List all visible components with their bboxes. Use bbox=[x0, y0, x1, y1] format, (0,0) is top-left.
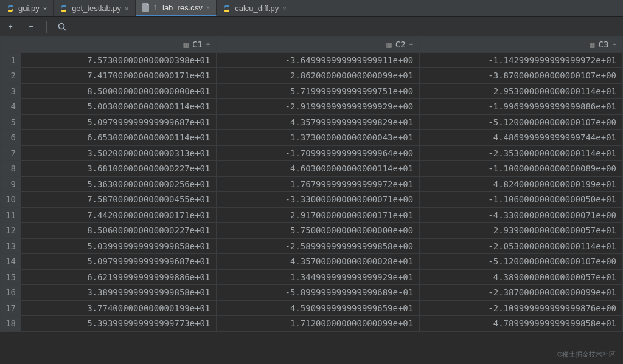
data-cell[interactable]: 5.039999999999999858e+01 bbox=[21, 238, 217, 254]
data-cell[interactable]: 4.357999999999999829e+01 bbox=[217, 114, 420, 130]
data-cell[interactable]: 7.573000000000000398e+01 bbox=[21, 52, 217, 68]
tab-label: gui.py bbox=[18, 4, 40, 13]
table-row[interactable]: 135.039999999999999858e+01-2.58999999999… bbox=[1, 238, 623, 254]
column-header-c3[interactable]: ▦ C3 ÷ bbox=[420, 37, 623, 53]
data-cell[interactable]: -3.870000000000000107e+00 bbox=[420, 68, 623, 84]
data-cell[interactable]: -2.919999999999999929e+00 bbox=[217, 99, 420, 115]
close-icon[interactable]: × bbox=[125, 5, 128, 12]
data-grid: ▦ C1 ÷ ▦ C2 ÷ ▦ C3 ÷ bbox=[0, 36, 623, 364]
data-cell[interactable]: 4.824000000000000199e+01 bbox=[420, 176, 623, 192]
data-cell[interactable]: 7.417000000000000171e+01 bbox=[21, 68, 217, 84]
table-row[interactable]: 185.393999999999999773e+011.712000000000… bbox=[1, 316, 623, 332]
data-cell[interactable]: -1.709999999999999964e+00 bbox=[217, 145, 420, 161]
row-number-cell: 8 bbox=[1, 161, 21, 177]
data-cell[interactable]: 8.506000000000000227e+01 bbox=[21, 223, 217, 239]
data-cell[interactable]: 1.767999999999999972e+01 bbox=[217, 176, 420, 192]
table-row[interactable]: 83.681000000000000227e+014.6030000000000… bbox=[1, 161, 623, 177]
data-cell[interactable]: 6.653000000000000114e+01 bbox=[21, 130, 217, 146]
data-cell[interactable]: -5.899999999999999689e-01 bbox=[217, 285, 420, 301]
row-number-cell: 13 bbox=[1, 238, 21, 254]
column-label: C3 bbox=[599, 39, 609, 49]
data-cell[interactable]: -1.106000000000000050e+01 bbox=[420, 192, 623, 208]
tab-label: calcu_diff.py bbox=[235, 4, 279, 13]
editor-tab[interactable]: 1_lab_res.csv× bbox=[136, 0, 217, 16]
data-cell[interactable]: 1.373000000000000043e+01 bbox=[217, 130, 420, 146]
table-row[interactable]: 145.097999999999999687e+014.357000000000… bbox=[1, 254, 623, 270]
table-row[interactable]: 117.442000000000000171e+012.917000000000… bbox=[1, 207, 623, 223]
data-cell[interactable]: 7.587000000000000455e+01 bbox=[21, 192, 217, 208]
data-cell[interactable]: 7.442000000000000171e+01 bbox=[21, 207, 217, 223]
table-row[interactable]: 45.003000000000000114e+01-2.919999999999… bbox=[1, 99, 623, 115]
table-row[interactable]: 128.506000000000000227e+015.750000000000… bbox=[1, 223, 623, 239]
row-number-cell: 15 bbox=[1, 269, 21, 285]
data-cell[interactable]: 4.590999999999999659e+01 bbox=[217, 300, 420, 316]
table-row[interactable]: 27.417000000000000171e+012.8620000000000… bbox=[1, 68, 623, 84]
close-icon[interactable]: × bbox=[206, 4, 210, 11]
data-cell[interactable]: 1.344999999999999929e+01 bbox=[217, 269, 420, 285]
close-icon[interactable]: × bbox=[43, 5, 47, 12]
data-cell[interactable]: 5.363000000000000256e+01 bbox=[21, 176, 217, 192]
data-cell[interactable]: -2.589999999999999858e+00 bbox=[217, 238, 420, 254]
table-row[interactable]: 17.573000000000000398e+01-3.649999999999… bbox=[1, 52, 623, 68]
data-cell[interactable]: -1.100000000000000089e+00 bbox=[420, 161, 623, 177]
data-cell[interactable]: 5.719999999999999751e+00 bbox=[217, 83, 420, 99]
editor-tab[interactable]: get_testlab.py× bbox=[54, 0, 135, 16]
data-cell[interactable]: -2.387000000000000099e+01 bbox=[420, 285, 623, 301]
table-row[interactable]: 163.389999999999999858e+01-5.89999999999… bbox=[1, 285, 623, 301]
data-cell[interactable]: 3.502000000000000313e+01 bbox=[21, 145, 217, 161]
data-cell[interactable]: 2.917000000000000171e+01 bbox=[217, 207, 420, 223]
data-cell[interactable]: 5.003000000000000114e+01 bbox=[21, 99, 217, 115]
data-cell[interactable]: 2.939000000000000057e+01 bbox=[420, 223, 623, 239]
column-header-c2[interactable]: ▦ C2 ÷ bbox=[217, 37, 420, 53]
table-row[interactable]: 73.502000000000000313e+01-1.709999999999… bbox=[1, 145, 623, 161]
data-cell[interactable]: 8.500000000000000000e+01 bbox=[21, 83, 217, 99]
editor-tab[interactable]: gui.py× bbox=[0, 0, 54, 16]
table-row[interactable]: 66.653000000000000114e+011.3730000000000… bbox=[1, 130, 623, 146]
editor-tab[interactable]: calcu_diff.py× bbox=[217, 0, 293, 16]
search-button[interactable] bbox=[57, 21, 68, 32]
data-cell[interactable]: 6.621999999999999886e+01 bbox=[21, 269, 217, 285]
data-cell[interactable]: -2.053000000000000114e+01 bbox=[420, 238, 623, 254]
data-cell[interactable]: -5.120000000000000107e+00 bbox=[420, 254, 623, 270]
column-icon: ▦ bbox=[184, 39, 189, 49]
csv-file-icon bbox=[142, 3, 150, 12]
tab-label: 1_lab_res.csv bbox=[154, 3, 203, 12]
data-cell[interactable]: 4.486999999999999744e+01 bbox=[420, 130, 623, 146]
table-row[interactable]: 95.363000000000000256e+011.7679999999999… bbox=[1, 176, 623, 192]
remove-row-button[interactable]: − bbox=[26, 21, 37, 32]
data-cell[interactable]: 4.357000000000000028e+01 bbox=[217, 254, 420, 270]
row-number-cell: 17 bbox=[1, 300, 21, 316]
table-row[interactable]: 156.621999999999999886e+011.344999999999… bbox=[1, 269, 623, 285]
table-row[interactable]: 107.587000000000000455e+01-3.33000000000… bbox=[1, 192, 623, 208]
sort-icon: ÷ bbox=[409, 41, 414, 49]
table-row[interactable]: 55.097999999999999687e+014.3579999999999… bbox=[1, 114, 623, 130]
table-row[interactable]: 173.774000000000000199e+014.590999999999… bbox=[1, 300, 623, 316]
data-cell[interactable]: 3.681000000000000227e+01 bbox=[21, 161, 217, 177]
data-cell[interactable]: -1.142999999999999972e+01 bbox=[420, 52, 623, 68]
data-cell[interactable]: -2.109999999999999876e+00 bbox=[420, 300, 623, 316]
data-cell[interactable]: 2.953000000000000114e+01 bbox=[420, 83, 623, 99]
data-cell[interactable]: -3.330000000000000071e+00 bbox=[217, 192, 420, 208]
row-number-cell: 5 bbox=[1, 114, 21, 130]
data-cell[interactable]: 4.389000000000000057e+01 bbox=[420, 269, 623, 285]
add-row-button[interactable]: + bbox=[5, 21, 16, 32]
data-cell[interactable]: 5.750000000000000000e+00 bbox=[217, 223, 420, 239]
table-row[interactable]: 38.500000000000000000e+015.7199999999999… bbox=[1, 83, 623, 99]
data-cell[interactable]: -3.649999999999999911e+00 bbox=[217, 52, 420, 68]
data-cell[interactable]: 3.774000000000000199e+01 bbox=[21, 300, 217, 316]
data-cell[interactable]: 2.862000000000000099e+01 bbox=[217, 68, 420, 84]
close-icon[interactable]: × bbox=[282, 5, 286, 12]
data-cell[interactable]: -2.353000000000000114e+01 bbox=[420, 145, 623, 161]
data-cell[interactable]: 5.393999999999999773e+01 bbox=[21, 316, 217, 332]
data-cell[interactable]: -4.330000000000000071e+00 bbox=[420, 207, 623, 223]
column-header-c1[interactable]: ▦ C1 ÷ bbox=[21, 37, 217, 53]
data-cell[interactable]: 5.097999999999999687e+01 bbox=[21, 114, 217, 130]
data-cell[interactable]: 3.389999999999999858e+01 bbox=[21, 285, 217, 301]
data-cell[interactable]: 4.603000000000000114e+01 bbox=[217, 161, 420, 177]
data-cell[interactable]: -5.120000000000000107e+00 bbox=[420, 114, 623, 130]
column-icon: ▦ bbox=[590, 39, 594, 49]
data-cell[interactable]: 4.789999999999999858e+01 bbox=[420, 316, 623, 332]
data-cell[interactable]: -1.996999999999999886e+01 bbox=[420, 99, 623, 115]
data-cell[interactable]: 1.712000000000000099e+01 bbox=[217, 316, 420, 332]
data-cell[interactable]: 5.097999999999999687e+01 bbox=[21, 254, 217, 270]
